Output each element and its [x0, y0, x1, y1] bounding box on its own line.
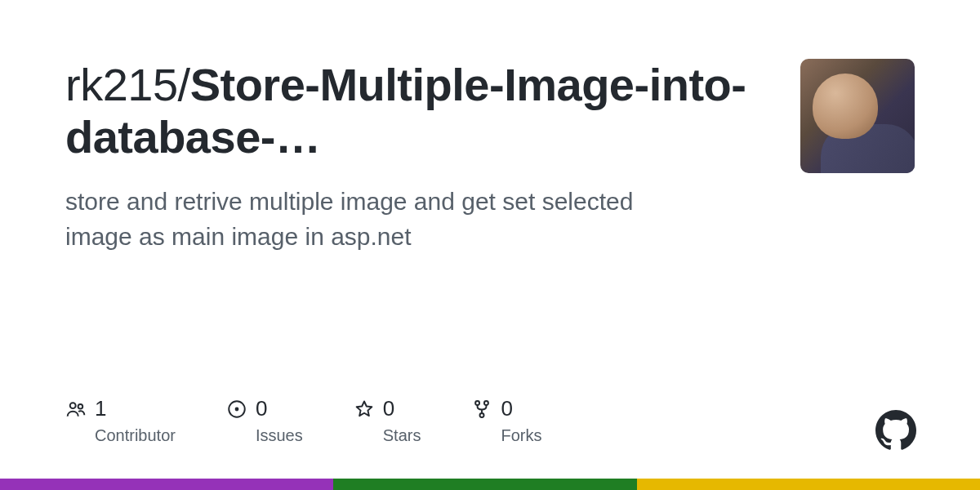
svg-point-3	[235, 407, 239, 411]
repo-card: rk215/Store-Multiple-Image-into-database…	[0, 0, 980, 490]
svg-point-4	[476, 400, 480, 404]
github-logo-icon[interactable]	[875, 410, 916, 451]
stat-value: 0	[383, 396, 394, 421]
stat-label: Contributor	[95, 426, 176, 445]
svg-point-1	[78, 403, 83, 408]
svg-point-0	[70, 403, 76, 408]
stat-issues[interactable]: 0 Issues	[226, 396, 303, 445]
people-icon	[65, 399, 87, 420]
stats-row: 1 Contributor 0 Issues 0 Stars	[65, 396, 541, 445]
language-segment	[0, 479, 333, 490]
language-segment	[637, 479, 980, 490]
stat-forks[interactable]: 0 Forks	[471, 396, 541, 445]
stat-label: Issues	[256, 426, 303, 445]
repo-owner[interactable]: rk215	[65, 59, 178, 110]
star-icon	[354, 399, 375, 420]
stat-label: Forks	[501, 426, 541, 445]
language-segment	[333, 479, 637, 490]
stat-label: Stars	[383, 426, 421, 445]
fork-icon	[471, 399, 492, 420]
owner-separator: /	[178, 59, 190, 110]
text-column: rk215/Store-Multiple-Image-into-database…	[65, 59, 768, 255]
stat-value: 0	[256, 396, 267, 421]
stat-contributors[interactable]: 1 Contributor	[65, 396, 176, 445]
svg-point-5	[484, 400, 488, 404]
stat-value: 1	[95, 396, 106, 421]
header-row: rk215/Store-Multiple-Image-into-database…	[65, 59, 915, 255]
repo-title[interactable]: rk215/Store-Multiple-Image-into-database…	[65, 59, 768, 164]
repo-description: store and retrive multiple image and get…	[65, 184, 702, 255]
svg-point-6	[480, 413, 484, 417]
stat-value: 0	[501, 396, 512, 421]
issue-icon	[226, 399, 247, 420]
stat-stars[interactable]: 0 Stars	[354, 396, 421, 445]
language-bar	[0, 479, 980, 490]
avatar[interactable]	[800, 59, 915, 173]
